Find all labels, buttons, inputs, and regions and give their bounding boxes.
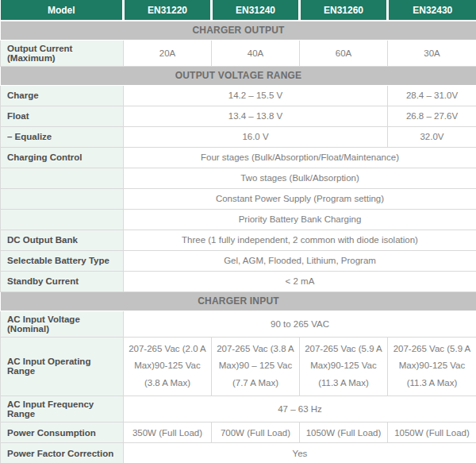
header-model: Model [1,0,124,21]
row-label-empty [1,209,124,230]
row-label: AC Input Voltage (Nominal) [1,311,124,337]
charge-12v-value: 14.2 – 15.5 V [124,85,388,106]
dc-output-bank-value: Three (1 fully independent, 2 common wit… [124,230,476,250]
output-current-en31260: 60A [300,40,388,66]
power-consumption-en32430: 1050W (Full Load) [388,422,476,443]
header-model-en31240: EN31240 [212,0,300,21]
section-charger-output: CHARGER OUTPUT [1,21,476,40]
row-charging-control-3: Constant Power Supply (Program setting) [1,188,476,209]
row-selectable-battery-type: Selectable Battery Type Gel, AGM, Floode… [1,250,476,271]
power-factor-value: Yes [124,443,476,463]
header-model-en31220: EN31220 [124,0,212,21]
equalize-24v-value: 32.0V [388,126,476,147]
row-label: Charging Control [1,147,124,168]
row-label: AC Input Frequency Range [1,396,124,422]
row-float: Float 13.4 – 13.8 V 26.8 – 27.6V [1,106,476,126]
header-model-en32430: EN32430 [388,0,476,21]
power-consumption-en31240: 700W (Full Load) [212,422,300,443]
row-label: – Equalize [1,126,124,147]
charge-24v-value: 28.4 – 31.0V [388,85,476,106]
row-label: Power Consumption [1,422,124,443]
charging-control-stage-2: Two stages (Bulk/Absorption) [124,168,476,188]
row-label: Charge [1,85,124,106]
equalize-12v-value: 16.0 V [124,126,388,147]
charging-control-stage-3: Constant Power Supply (Program setting) [124,188,476,209]
row-charging-control: Charging Control Four stages (Bulk/Absor… [1,147,476,168]
row-ac-input-operating-range: AC Input Operating Range 207-265 Vac (2.… [1,337,476,396]
row-label: Float [1,106,124,126]
ac-input-voltage-value: 90 to 265 VAC [124,311,476,337]
section-charger-input: CHARGER INPUT [1,291,476,311]
row-output-current: Output Current (Maximum) 20A 40A 60A 30A [1,40,476,66]
row-ac-input-frequency: AC Input Frequency Range 47 – 63 Hz [1,396,476,422]
operating-range-en32430: 207-265 Vac (5.9 A Max)90-125 Vac (11.3 … [388,337,476,396]
row-label-empty [1,168,124,188]
charging-control-stage-4: Priority Battery Bank Charging [124,209,476,230]
operating-range-en31260: 207-265 Vac (5.9 A Max)90-125 Vac (11.3 … [300,337,388,396]
section-title: CHARGER INPUT [1,291,476,311]
row-label-empty [1,188,124,209]
row-charging-control-4: Priority Battery Bank Charging [1,209,476,230]
operating-range-en31240: 207-265 Vac (3.8 A Max)90 – 125 Vac (7.7… [212,337,300,396]
row-label: Power Factor Correction [1,443,124,463]
row-charge: Charge 14.2 – 15.5 V 28.4 – 31.0V [1,85,476,106]
row-charging-control-2: Two stages (Bulk/Absorption) [1,168,476,188]
section-title: OUTPUT VOLTAGE RANGE [1,66,476,85]
float-12v-value: 13.4 – 13.8 V [124,106,388,126]
charger-spec-table: Model EN31220 EN31240 EN31260 EN32430 CH… [0,0,476,463]
standby-current-value: < 2 mA [124,271,476,291]
charging-control-stage-1: Four stages (Bulk/Absorption/Float/Maint… [124,147,476,168]
table-header-row: Model EN31220 EN31240 EN31260 EN32430 [1,0,476,21]
row-equalize: – Equalize 16.0 V 32.0V [1,126,476,147]
row-power-factor-correction: Power Factor Correction Yes [1,443,476,463]
output-current-en31220: 20A [124,40,212,66]
output-current-en31240: 40A [212,40,300,66]
row-label: AC Input Operating Range [1,337,124,396]
row-ac-input-voltage: AC Input Voltage (Nominal) 90 to 265 VAC [1,311,476,337]
selectable-battery-type-value: Gel, AGM, Flooded, Lithium, Program [124,250,476,271]
section-output-voltage-range: OUTPUT VOLTAGE RANGE [1,66,476,85]
output-current-en32430: 30A [388,40,476,66]
operating-range-en31220: 207-265 Vac (2.0 A Max)90-125 Vac (3.8 A… [124,337,212,396]
row-label: Selectable Battery Type [1,250,124,271]
row-label: Standby Current [1,271,124,291]
float-24v-value: 26.8 – 27.6V [388,106,476,126]
row-label: DC Output Bank [1,230,124,250]
header-model-en31260: EN31260 [300,0,388,21]
power-consumption-en31220: 350W (Full Load) [124,422,212,443]
ac-input-frequency-value: 47 – 63 Hz [124,396,476,422]
row-power-consumption: Power Consumption 350W (Full Load) 700W … [1,422,476,443]
power-consumption-en31260: 1050W (Full Load) [300,422,388,443]
section-title: CHARGER OUTPUT [1,21,476,40]
row-label: Output Current (Maximum) [1,40,124,66]
row-standby-current: Standby Current < 2 mA [1,271,476,291]
row-dc-output-bank: DC Output Bank Three (1 fully independen… [1,230,476,250]
